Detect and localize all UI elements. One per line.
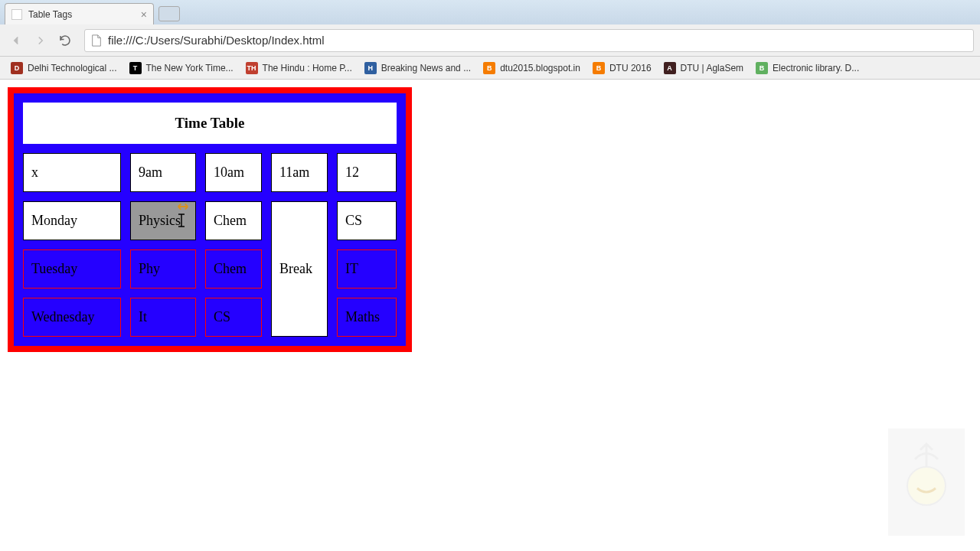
bookmark-item[interactable]: THThe Hindu : Home P... bbox=[241, 60, 357, 77]
table-row: Wednesday It CS Maths bbox=[23, 298, 397, 337]
header-cell: 11am bbox=[271, 153, 328, 192]
bookmark-favicon: B bbox=[756, 62, 768, 74]
bookmark-label: Delhi Technological ... bbox=[28, 63, 117, 73]
page-content: Time Table x 9am 10am 11am 12 Monday Phy… bbox=[0, 80, 980, 352]
subject-cell: Physics bbox=[130, 201, 196, 240]
bookmarks-bar: DDelhi Technological ...TThe New York Ti… bbox=[0, 57, 980, 80]
bookmark-label: Electronic library. D... bbox=[773, 63, 859, 73]
subject-cell: CS bbox=[337, 201, 397, 240]
bookmark-favicon: A bbox=[664, 62, 676, 74]
reload-icon bbox=[58, 34, 72, 47]
new-tab-button[interactable] bbox=[158, 6, 180, 21]
subject-cell: It bbox=[130, 298, 196, 337]
address-bar[interactable]: file:///C:/Users/Surabhi/Desktop/Index.h… bbox=[84, 29, 974, 52]
day-cell: Wednesday bbox=[23, 298, 121, 337]
table-row: Tuesday Phy Chem IT bbox=[23, 249, 397, 289]
bookmark-item[interactable]: BDTU 2016 bbox=[588, 60, 656, 77]
header-cell: x bbox=[23, 153, 121, 192]
reload-button[interactable] bbox=[55, 31, 75, 51]
toolbar: file:///C:/Users/Surabhi/Desktop/Index.h… bbox=[0, 24, 980, 57]
break-cell: Break bbox=[271, 201, 328, 337]
bookmark-item[interactable]: BElectronic library. D... bbox=[751, 60, 864, 77]
bookmark-item[interactable]: Bdtu2015.blogspot.in bbox=[479, 60, 585, 77]
bookmark-favicon: D bbox=[11, 62, 23, 74]
subject-cell: Maths bbox=[337, 298, 397, 337]
subject-cell: Phy bbox=[130, 249, 196, 289]
browser-tab[interactable]: Table Tags × bbox=[5, 3, 154, 24]
bookmark-favicon: H bbox=[364, 62, 377, 74]
watermark-icon bbox=[888, 429, 965, 536]
tab-favicon bbox=[11, 9, 22, 20]
header-cell: 12 bbox=[337, 153, 397, 192]
header-cell: 9am bbox=[130, 153, 196, 192]
file-icon bbox=[91, 34, 102, 47]
tab-title: Table Tags bbox=[28, 9, 72, 20]
back-button[interactable] bbox=[6, 31, 26, 51]
day-cell: Monday bbox=[23, 201, 121, 240]
bookmark-favicon: B bbox=[593, 62, 605, 74]
table-caption: Time Table bbox=[23, 103, 397, 144]
tab-close-icon[interactable]: × bbox=[141, 8, 147, 21]
subject-cell: CS bbox=[205, 298, 262, 337]
subject-cell: IT bbox=[337, 249, 397, 289]
tab-strip: Table Tags × bbox=[0, 0, 980, 24]
bookmark-favicon: TH bbox=[246, 62, 258, 74]
table-row: Monday Physics Chem Break CS bbox=[23, 201, 397, 240]
back-icon bbox=[9, 34, 23, 47]
table-header-row: x 9am 10am 11am 12 bbox=[23, 153, 397, 192]
day-cell: Tuesday bbox=[23, 249, 121, 289]
bookmark-label: dtu2015.blogspot.in bbox=[500, 63, 580, 73]
url-text: file:///C:/Users/Surabhi/Desktop/Index.h… bbox=[108, 34, 325, 47]
bookmark-item[interactable]: TThe New York Time... bbox=[125, 60, 238, 77]
forward-icon bbox=[34, 34, 47, 47]
bookmark-favicon: B bbox=[483, 62, 495, 74]
bookmark-item[interactable]: HBreaking News and ... bbox=[360, 60, 475, 77]
subject-cell: Chem bbox=[205, 249, 262, 289]
bookmark-label: Breaking News and ... bbox=[381, 63, 471, 73]
bookmark-label: The New York Time... bbox=[146, 63, 234, 73]
bookmark-label: The Hindu : Home P... bbox=[263, 63, 352, 73]
forward-button[interactable] bbox=[31, 31, 51, 51]
header-cell: 10am bbox=[205, 153, 262, 192]
bookmark-item[interactable]: DDelhi Technological ... bbox=[6, 60, 122, 77]
bookmark-favicon: T bbox=[129, 62, 142, 74]
subject-cell: Chem bbox=[205, 201, 262, 240]
browser-chrome: Table Tags × file:///C:/Users/Surabhi/De… bbox=[0, 0, 980, 80]
bookmark-label: DTU 2016 bbox=[609, 63, 652, 73]
bookmark-item[interactable]: ADTU | AglaSem bbox=[659, 60, 748, 77]
timetable: Time Table x 9am 10am 11am 12 Monday Phy… bbox=[8, 87, 412, 352]
bookmark-label: DTU | AglaSem bbox=[681, 63, 743, 73]
svg-point-1 bbox=[907, 467, 946, 505]
